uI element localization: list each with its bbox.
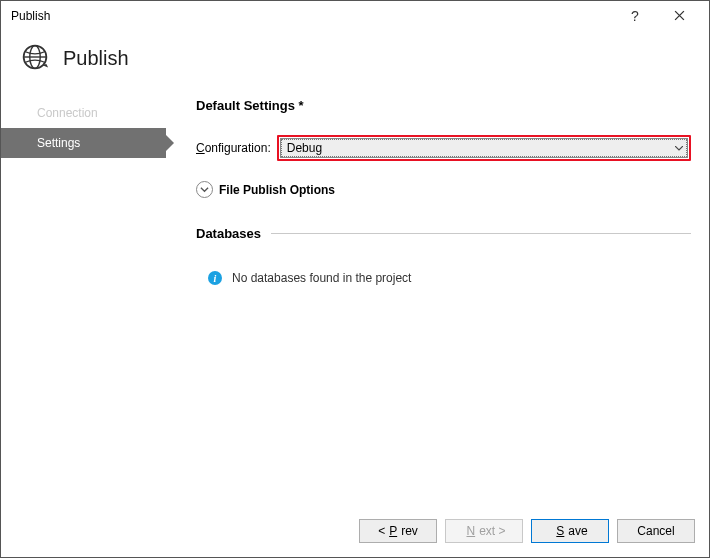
next-button: Next > <box>445 519 523 543</box>
title-bar: Publish ? <box>1 1 709 31</box>
section-heading: Default Settings * <box>196 98 691 113</box>
globe-icon <box>21 43 49 74</box>
configuration-label: Configuration: <box>196 141 271 155</box>
databases-info-text: No databases found in the project <box>232 271 411 285</box>
chevron-down-icon <box>675 143 683 153</box>
window-title: Publish <box>11 9 613 23</box>
configuration-highlight: Debug <box>277 135 691 161</box>
configuration-dropdown[interactable]: Debug <box>280 138 688 158</box>
chevron-down-icon <box>200 183 209 197</box>
header-title: Publish <box>63 47 129 70</box>
sidebar-item-label: Settings <box>37 136 80 150</box>
sidebar: Connection Settings <box>1 94 166 513</box>
expander-button[interactable] <box>196 181 213 198</box>
cancel-label: Cancel <box>637 524 674 538</box>
close-icon <box>674 8 685 24</box>
dialog-header: Publish <box>1 31 709 94</box>
file-publish-options-expander[interactable]: File Publish Options <box>196 181 691 198</box>
content-panel: Default Settings * Configuration: Debug <box>166 94 709 513</box>
help-button[interactable]: ? <box>613 1 657 31</box>
publish-dialog: Publish ? Publish Connection <box>0 0 710 558</box>
databases-heading-row: Databases <box>196 226 691 241</box>
divider <box>271 233 691 234</box>
dialog-footer: < Prev Next > Save Cancel <box>1 513 709 557</box>
databases-heading: Databases <box>196 226 261 241</box>
close-button[interactable] <box>657 1 701 31</box>
databases-info-row: i No databases found in the project <box>196 271 691 285</box>
sidebar-item-label: Connection <box>37 106 98 120</box>
sidebar-item-settings[interactable]: Settings <box>1 128 166 158</box>
info-icon: i <box>208 271 222 285</box>
expander-label: File Publish Options <box>219 183 335 197</box>
main-area: Connection Settings Default Settings * C… <box>1 94 709 513</box>
save-button[interactable]: Save <box>531 519 609 543</box>
cancel-button[interactable]: Cancel <box>617 519 695 543</box>
prev-button[interactable]: < Prev <box>359 519 437 543</box>
configuration-row: Configuration: Debug <box>196 135 691 161</box>
configuration-value: Debug <box>287 141 322 155</box>
help-icon: ? <box>631 8 639 24</box>
sidebar-item-connection: Connection <box>1 98 166 128</box>
